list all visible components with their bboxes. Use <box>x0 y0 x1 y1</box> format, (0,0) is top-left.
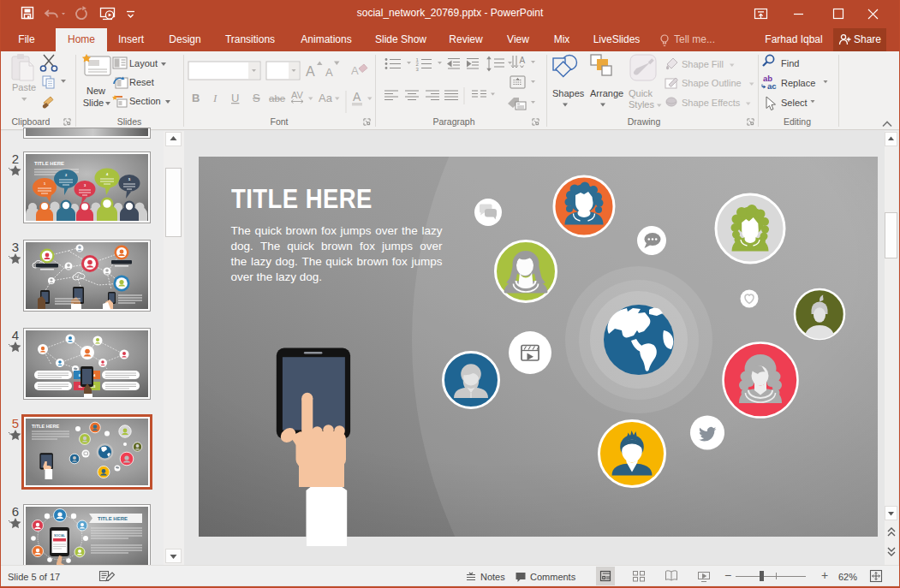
svg-text:U: U <box>231 92 239 104</box>
svg-text:Aa: Aa <box>319 92 333 104</box>
svg-text:New: New <box>86 86 105 96</box>
svg-text:SOCIAL: SOCIAL <box>54 534 65 538</box>
svg-text:TITLE HERE: TITLE HERE <box>32 424 59 429</box>
svg-text:S: S <box>253 92 260 104</box>
svg-text:TITLE HERE: TITLE HERE <box>98 516 128 521</box>
svg-text:ac: ac <box>767 81 777 91</box>
svg-text:TITLE HERE: TITLE HERE <box>34 161 64 166</box>
svg-text:I: I <box>212 92 218 104</box>
svg-text:Find: Find <box>781 58 799 68</box>
svg-text:Shape Outline: Shape Outline <box>682 78 742 88</box>
svg-text:Replace: Replace <box>781 78 815 88</box>
svg-text:Arrange: Arrange <box>590 88 623 98</box>
svg-text:Paste: Paste <box>12 82 36 92</box>
svg-text:A: A <box>325 66 333 79</box>
svg-text:abe: abe <box>269 93 285 104</box>
svg-text:Styles: Styles <box>629 99 654 110</box>
svg-text:Quick: Quick <box>629 88 653 98</box>
svg-text:A: A <box>351 64 359 77</box>
svg-text:A: A <box>520 56 526 65</box>
svg-text:Layout: Layout <box>129 58 158 68</box>
svg-text:Shapes: Shapes <box>552 88 585 98</box>
svg-text:B: B <box>192 92 200 104</box>
svg-text:Section: Section <box>129 96 161 106</box>
svg-text:AV: AV <box>291 90 304 100</box>
svg-text:3: 3 <box>416 67 420 72</box>
svg-text:Slide: Slide <box>83 98 104 108</box>
svg-text:A: A <box>353 90 361 104</box>
svg-text:Reset: Reset <box>129 77 154 87</box>
svg-text:Shape Fill: Shape Fill <box>682 59 724 69</box>
svg-text:Select: Select <box>781 98 808 108</box>
svg-text:Shape Effects: Shape Effects <box>682 98 741 108</box>
svg-text:A: A <box>306 64 315 79</box>
